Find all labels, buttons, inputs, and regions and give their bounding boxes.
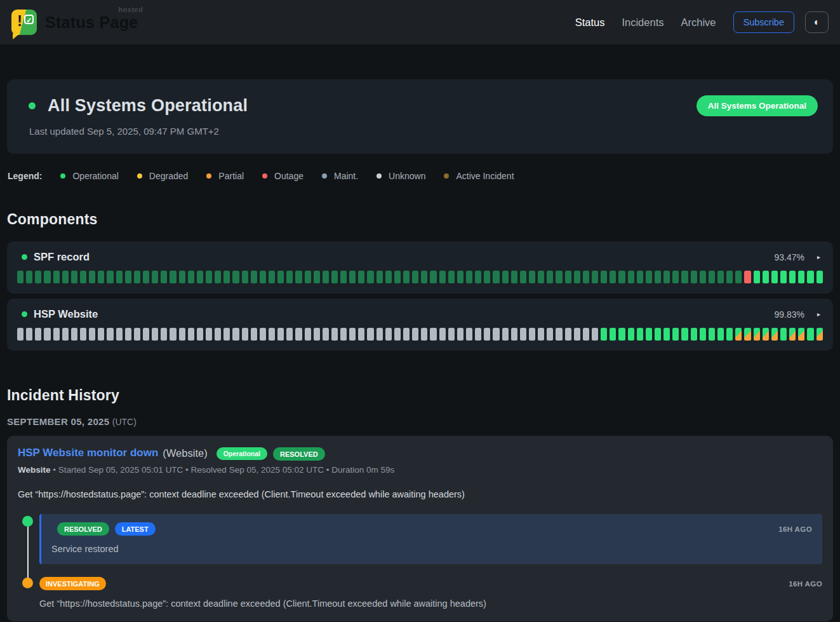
main-content: All Systems Operational All Systems Oper… (0, 79, 840, 621)
timeline-updates: RESOLVEDLATEST16H AGOService restoredINV… (18, 514, 822, 609)
uptime-bar (493, 328, 499, 341)
uptime-bar (143, 271, 149, 283)
legend-item-maint-: Maint. (322, 171, 358, 181)
incident-meta-component: Website (18, 465, 51, 475)
uptime-bar (798, 271, 804, 283)
uptime-bar (780, 271, 787, 283)
uptime-bar (295, 271, 302, 283)
uptime-bar (349, 328, 356, 341)
legend-item-label: Partial (218, 171, 244, 181)
uptime-bar (744, 271, 750, 283)
uptime-bar (377, 328, 383, 341)
legend-item-degraded: Degraded (137, 171, 189, 181)
incident-timeline: RESOLVEDLATEST16H AGOService restoredINV… (18, 514, 822, 609)
component-header[interactable]: SPF record93.47%▸ (17, 251, 823, 263)
uptime-bar (726, 328, 733, 341)
uptime-bar (215, 328, 221, 341)
update-time: 16H AGO (778, 525, 812, 533)
uptime-bar (717, 271, 724, 283)
legend-dot (60, 173, 65, 179)
uptime-bar (35, 271, 41, 283)
uptime-bar (53, 271, 60, 283)
uptime-bar (412, 271, 418, 283)
uptime-bar (610, 271, 616, 283)
uptime-bar (314, 328, 320, 341)
uptime-bar (502, 328, 509, 341)
uptime-bar (672, 271, 679, 283)
uptime-bar (44, 328, 50, 341)
uptime-bar (583, 271, 589, 283)
timeline-update-header: INVESTIGATING16H AGO (39, 577, 822, 590)
header-nav: StatusIncidentsArchive (575, 17, 716, 29)
uptime-bar (197, 328, 203, 341)
nav-status[interactable]: Status (575, 17, 605, 29)
uptime-bar (672, 328, 679, 341)
uptime-bar (583, 328, 589, 341)
uptime-bar (565, 328, 571, 341)
component-header-right: 93.47%▸ (774, 252, 823, 262)
uptime-bar (744, 328, 750, 341)
timeline-update-header: RESOLVEDLATEST16H AGO (51, 522, 812, 536)
legend-item-outage: Outage (262, 171, 303, 181)
incident-operational-badge: Operational (217, 447, 267, 460)
incident-meta: Website • Started Sep 05, 2025 05:01 UTC… (18, 465, 822, 475)
uptime-bar (367, 271, 373, 283)
brand-logo-icon[interactable]: ! ✓ (11, 10, 37, 35)
uptime-bar (367, 328, 373, 341)
uptime-bar (232, 328, 239, 341)
uptime-bar (735, 328, 742, 341)
uptime-bar (125, 328, 131, 341)
legend-dot (322, 173, 327, 179)
uptime-bar (592, 271, 598, 283)
legend-item-label: Outage (274, 171, 303, 181)
uptime-bar (161, 271, 167, 283)
uptime-bar (529, 328, 535, 341)
uptime-bar (143, 328, 149, 341)
uptime-bar (152, 328, 158, 341)
uptime-bar (817, 271, 823, 283)
uptime-bar (71, 328, 77, 341)
update-message: Get “https://hostedstatus.page”: context… (39, 598, 822, 609)
uptime-bar (574, 328, 580, 341)
timeline-dot (22, 516, 33, 527)
component-header[interactable]: HSP Website99.83%▸ (17, 308, 823, 320)
uptime-bar (421, 328, 427, 341)
uptime-bar (98, 328, 104, 341)
uptime-bar (574, 271, 580, 283)
uptime-bar (601, 271, 607, 283)
component-expand-icon[interactable]: ▸ (815, 311, 823, 318)
uptime-bar (466, 328, 472, 341)
uptime-bar (403, 328, 410, 341)
uptime-bar (457, 271, 463, 283)
uptime-bar (511, 328, 517, 341)
uptime-bar (529, 271, 535, 283)
uptime-bar (556, 271, 562, 283)
legend-dot (444, 173, 449, 179)
component-expand-icon[interactable]: ▸ (815, 254, 823, 260)
components-section-title: Components (7, 211, 833, 228)
uptime-bar (691, 328, 697, 341)
page-status-title: All Systems Operational (48, 96, 248, 116)
uptime-bar (817, 328, 823, 341)
uptime-bar (681, 271, 688, 283)
uptime-bar (134, 271, 140, 283)
uptime-bar (421, 271, 427, 283)
uptime-bar (232, 271, 239, 283)
uptime-bar (655, 271, 661, 283)
subscribe-button[interactable]: Subscribe (733, 11, 794, 33)
uptime-bar (403, 271, 410, 283)
uptime-bar (457, 328, 463, 341)
theme-toggle-button[interactable]: ◐ (805, 11, 829, 33)
nav-incidents[interactable]: Incidents (622, 17, 663, 29)
uptime-bar (340, 271, 347, 283)
nav-archive[interactable]: Archive (681, 17, 716, 29)
uptime-bar (637, 328, 643, 341)
update-latest-badge: LATEST (115, 522, 156, 536)
brand-title: Status Page (45, 13, 138, 31)
brand-name: hostedStatus Page (45, 13, 138, 32)
uptime-bar (62, 328, 69, 341)
uptime-bar (251, 271, 257, 283)
incident-title-link[interactable]: HSP Website monitor down (18, 447, 158, 459)
update-resolved-badge: RESOLVED (57, 522, 109, 536)
legend-item-label: Active Incident (456, 171, 514, 181)
